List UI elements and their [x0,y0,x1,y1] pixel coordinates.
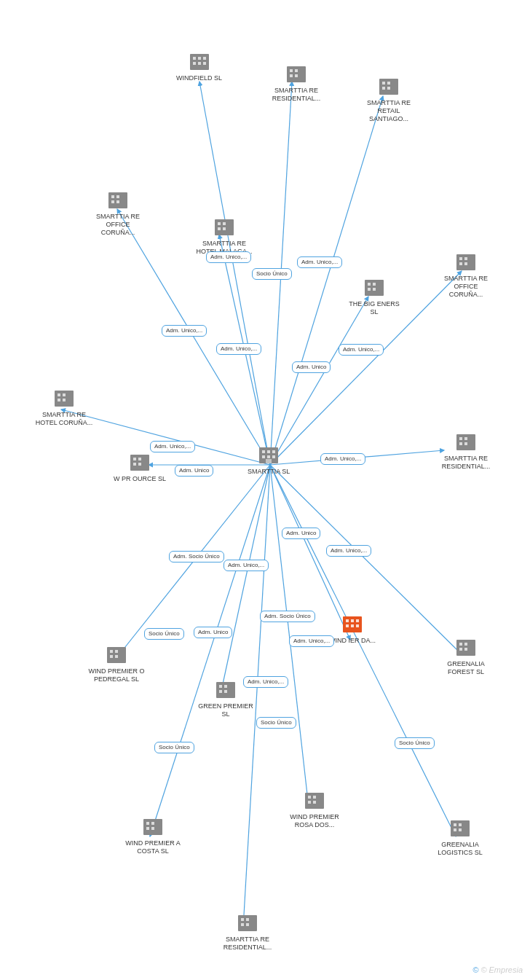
svg-rect-23 [267,455,270,458]
node-smarttia-re-hotel-coruna[interactable]: SMARTTIA RE HOTEL CORUÑA... [35,386,93,427]
badge-b14[interactable]: Adm. Unico,... [224,560,269,571]
svg-rect-87 [224,690,227,693]
svg-line-11 [221,465,270,691]
svg-rect-117 [246,918,249,921]
node-greenalia-forest-sl[interactable]: GREENALIA FOREST SL [437,635,495,676]
graph-container: SMARTTIA SL WINDFIELD SL SMARTTIA RE RES… [0,0,530,980]
node-smarttia-re-residential-2[interactable]: SMARTTIA RE RESIDENTIAL... [437,430,495,471]
svg-rect-62 [373,288,376,291]
svg-rect-84 [219,685,222,688]
badge-b22[interactable]: Socio Único [395,737,435,749]
node-wind-premier-a-costa[interactable]: WIND PREMIER A COSTA SL [124,815,182,855]
svg-rect-52 [223,227,226,230]
node-smarttia-re-residential-3[interactable]: SMARTTIA RE RESIDENTIAL... [218,911,277,952]
node-smarttia-sl[interactable]: SMARTTIA SL [248,443,290,476]
svg-rect-29 [203,57,206,60]
node-smarttia-re-office-coruna-2[interactable]: SMARTTIA RE OFFICE CORUÑA... [437,250,495,298]
badge-b12[interactable]: Adm. Unico,... [326,545,371,557]
svg-rect-76 [459,442,462,445]
badge-b3[interactable]: Adm. Unico,... [297,256,342,268]
svg-rect-21 [272,450,275,453]
svg-rect-81 [110,655,113,658]
svg-rect-27 [193,57,196,60]
node-smarttia-re-retail-santiago[interactable]: SMARTTIA RE RETAIL SANTIAGO... [360,74,418,122]
svg-rect-51 [218,227,221,230]
svg-rect-93 [351,624,354,627]
svg-rect-71 [133,463,136,466]
badge-b19[interactable]: Adm. Unico,... [243,676,288,688]
svg-rect-50 [223,222,226,225]
svg-rect-89 [346,619,349,622]
badge-b7[interactable]: Adm. Unico,... [339,344,384,356]
node-smarttia-re-residential-1[interactable]: SMARTTIA RE RESIDENTIAL... [267,62,325,103]
svg-rect-70 [138,458,141,460]
node-the-big-eners-sl[interactable]: THE BIG ENERS SL [345,275,403,316]
svg-rect-91 [356,619,359,622]
badge-b5[interactable]: Adm. Unico,... [216,343,261,355]
node-windfield-sl[interactable]: WINDFIELD SL [176,50,222,82]
badge-b13[interactable]: Adm. Socio Único [169,551,224,562]
node-wind-premier-rosa-dos[interactable]: WIND PREMIER ROSA DOS... [285,788,344,829]
svg-rect-24 [272,455,275,458]
svg-rect-25 [266,459,272,463]
svg-rect-59 [368,283,371,286]
svg-rect-108 [308,801,311,804]
svg-rect-41 [382,87,385,90]
svg-rect-36 [290,74,293,77]
node-wind-premier-da[interactable]: WIND IER DA... [329,612,376,645]
svg-rect-111 [454,823,456,826]
svg-rect-113 [454,828,456,831]
svg-rect-75 [464,437,467,440]
svg-rect-49 [218,222,221,225]
svg-rect-112 [459,823,462,826]
badge-b20[interactable]: Socio Único [256,717,296,729]
badge-b8[interactable]: Adm. Unico,... [150,441,195,452]
svg-rect-39 [382,82,385,85]
watermark: © © Empresia [472,965,523,974]
svg-rect-35 [295,69,298,72]
badge-b15[interactable]: Socio Único [144,628,184,640]
svg-rect-22 [262,455,265,458]
svg-rect-86 [219,690,222,693]
svg-rect-96 [459,643,462,646]
node-greenalia-logistics[interactable]: GREENALIA LOGISTICS SL [431,816,489,857]
badge-b16[interactable]: Adm. Unico [194,627,232,638]
node-smarttia-re-office-coruna-1[interactable]: SMARTTIA RE OFFICE CORUÑA... [89,188,147,236]
svg-rect-45 [116,195,119,198]
badge-b11[interactable]: Adm. Unico [282,528,320,539]
svg-rect-99 [464,648,467,651]
svg-rect-69 [133,458,136,460]
badge-b21[interactable]: Socio Único [154,742,194,753]
svg-rect-103 [146,827,149,830]
badge-b4[interactable]: Adm. Unico,... [162,325,207,337]
svg-rect-106 [308,796,311,799]
svg-line-6 [270,297,368,465]
svg-rect-66 [58,399,60,401]
svg-rect-74 [459,437,462,440]
node-w-pr-ource-sl[interactable]: W PR OURCE SL [114,450,166,483]
svg-rect-46 [111,200,114,203]
node-smarttia-re-hotel-malaga[interactable]: SMARTTIA RE HOTEL MALAGA... [195,215,253,256]
node-wind-premier-o-pedregal[interactable]: WIND PREMIER O PEDREGAL SL [87,643,146,683]
badge-b2[interactable]: Socio Único [252,268,292,280]
svg-rect-19 [262,450,265,453]
svg-rect-82 [115,655,118,658]
svg-rect-32 [203,62,206,65]
svg-rect-119 [246,923,249,926]
svg-rect-28 [198,57,201,60]
badge-b6[interactable]: Adm. Unico [292,361,331,373]
svg-rect-64 [58,393,60,396]
svg-rect-54 [459,257,462,260]
badge-b9[interactable]: Adm. Unico [175,465,213,477]
svg-rect-65 [63,393,66,396]
badge-b17[interactable]: Adm. Socio Único [260,611,315,622]
svg-rect-94 [356,624,359,627]
badge-b1[interactable]: Adm. Unico,... [206,251,251,263]
badge-b10[interactable]: Adm. Unico,... [320,453,365,465]
svg-rect-102 [151,822,154,825]
badge-b18[interactable]: Adm. Unico,... [289,635,334,647]
svg-rect-116 [241,918,244,921]
svg-rect-114 [459,828,462,831]
svg-rect-42 [387,87,390,90]
svg-rect-31 [198,62,201,65]
